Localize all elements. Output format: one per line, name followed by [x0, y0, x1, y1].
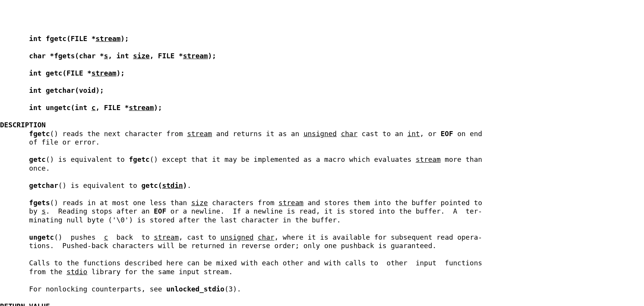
- arg-stream: stream: [129, 104, 154, 112]
- synopsis-fgets: char *fgets(char *s, int size, FILE *str…: [0, 52, 216, 60]
- desc-getchar: getchar() is equivalent to getc(stdin).: [0, 181, 191, 189]
- arg-s: s: [104, 52, 108, 60]
- section-return-value: RETURN VALUE: [0, 302, 50, 306]
- desc-fgetc: fgetc() reads the next character from st…: [0, 130, 482, 146]
- synopsis-getchar: int getchar(void);: [0, 86, 104, 94]
- section-description: DESCRIPTION: [0, 121, 46, 129]
- synopsis-ungetc: int ungetc(int c, FILE *stream);: [0, 104, 162, 112]
- desc-getc: getc() is equivalent to fgetc() except t…: [0, 155, 482, 172]
- man-page[interactable]: int fgetc(FILE *stream); char *fgets(cha…: [0, 26, 644, 306]
- desc-nonlocking: For nonlocking counterparts, see unlocke…: [0, 285, 241, 293]
- desc-ungetc: ungetc() pushes c back to stream, cast t…: [0, 233, 482, 250]
- desc-mixed-calls: Calls to the functions described here ca…: [0, 259, 482, 276]
- arg-stream: stream: [96, 35, 120, 43]
- arg-stream: stream: [91, 69, 116, 77]
- arg-stream: stream: [183, 52, 208, 60]
- synopsis-fgetc: int fgetc(FILE *stream);: [0, 35, 129, 43]
- synopsis-getc: int getc(FILE *stream);: [0, 69, 125, 77]
- desc-fgets: fgets() reads in at most one less than s…: [0, 199, 482, 224]
- arg-size: size: [133, 52, 150, 60]
- arg-c: c: [91, 104, 96, 112]
